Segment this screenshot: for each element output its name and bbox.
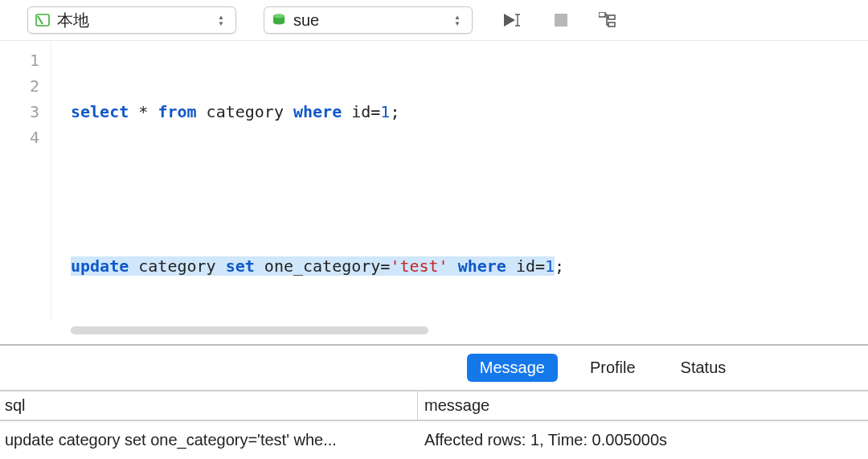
database-label: sue xyxy=(293,11,448,30)
tab-message[interactable]: Message xyxy=(467,354,558,382)
connection-label: 本地 xyxy=(57,10,211,31)
svg-rect-6 xyxy=(608,23,615,27)
connection-icon xyxy=(35,12,51,28)
dropdown-chevrons-icon: ▲▼ xyxy=(218,14,229,27)
cell-message: Affected rows: 1, Time: 0.005000s xyxy=(418,421,868,459)
code-content[interactable]: select * from category where id=1; updat… xyxy=(51,41,868,322)
svg-point-2 xyxy=(273,14,285,18)
explain-button[interactable] xyxy=(596,10,619,30)
line-number: 4 xyxy=(0,125,51,150)
horizontal-scrollbar[interactable] xyxy=(71,326,849,334)
results-header-row: sql message xyxy=(0,391,868,421)
code-line: select * from category where id=1; xyxy=(71,99,868,125)
cell-sql: update category set one_category='test' … xyxy=(0,421,418,459)
dropdown-chevrons-icon: ▲▼ xyxy=(454,14,465,27)
database-icon xyxy=(271,12,287,28)
line-number: 2 xyxy=(0,73,51,99)
line-number: 3 xyxy=(0,99,51,125)
code-editor[interactable]: 1 2 3 4 select * from category where id=… xyxy=(0,41,868,322)
results-panel: Message Profile Status sql message updat… xyxy=(0,344,868,459)
tab-profile[interactable]: Profile xyxy=(577,354,649,382)
results-tabs: Message Profile Status xyxy=(0,346,868,391)
code-line xyxy=(71,176,868,202)
code-line: update category set one_category='test' … xyxy=(71,253,868,279)
line-number-gutter: 1 2 3 4 xyxy=(0,41,51,322)
line-number: 1 xyxy=(0,47,51,73)
database-dropdown[interactable]: sue ▲▼ xyxy=(264,6,473,34)
editor-area: 1 2 3 4 select * from category where id=… xyxy=(0,41,868,344)
svg-rect-5 xyxy=(608,15,615,19)
svg-rect-3 xyxy=(555,14,567,27)
column-header-sql[interactable]: sql xyxy=(0,391,418,420)
run-button[interactable] xyxy=(503,10,526,30)
tab-status[interactable]: Status xyxy=(668,354,739,382)
stop-button[interactable] xyxy=(550,10,572,30)
toolbar: 本地 ▲▼ sue ▲▼ xyxy=(0,0,868,41)
column-header-message[interactable]: message xyxy=(418,391,868,420)
connection-dropdown[interactable]: 本地 ▲▼ xyxy=(27,6,236,34)
svg-rect-4 xyxy=(599,12,605,17)
scrollbar-thumb[interactable] xyxy=(71,326,428,334)
toolbar-actions xyxy=(503,10,619,30)
results-data-row[interactable]: update category set one_category='test' … xyxy=(0,421,868,459)
